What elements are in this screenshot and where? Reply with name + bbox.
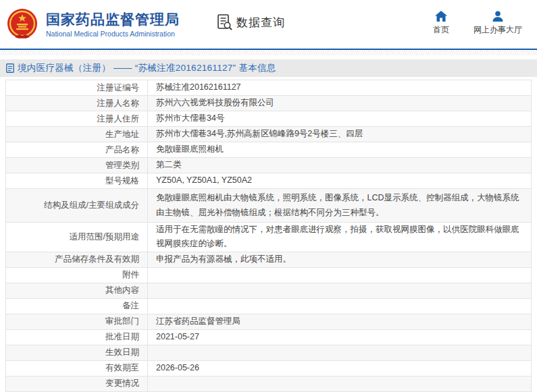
nav-home-label: 首页 <box>433 24 449 36</box>
home-icon <box>435 11 447 22</box>
table-row: 审批部门江苏省药品监督管理局 <box>6 314 532 329</box>
row-label: 其他内容 <box>6 283 148 298</box>
row-label: 型号规格 <box>6 173 148 189</box>
row-label: 结构及组成/主要组成成分 <box>6 189 148 223</box>
org-name-cn: 国家药品监督管理局 <box>46 11 180 28</box>
row-value <box>148 376 532 391</box>
row-label: 产品名称 <box>6 142 148 158</box>
table-row: 产品名称免散瞳眼底照相机 <box>6 142 532 158</box>
table-row: 生效日期 <box>6 345 532 360</box>
row-label: 管理类别 <box>6 158 148 173</box>
nav-item-home[interactable]: 首页 <box>433 11 449 36</box>
site-header: 国家药品监督管理局 National Medical Products Admi… <box>0 0 537 49</box>
table-row: 型号规格YZ50A, YZ50A1, YZ50A2 <box>6 173 532 189</box>
nav-service-hall-label: 网上办事大厅 <box>474 24 522 36</box>
table-row: 注册人住所苏州市大儒巷34号 <box>6 111 532 127</box>
row-value: YZ50A, YZ50A1, YZ50A2 <box>148 173 532 189</box>
row-label: 生效日期 <box>6 345 148 360</box>
page-title: 境内医疗器械（注册） —— “苏械注准20162161127” 基本信息 <box>18 62 276 74</box>
table-row: 注册人名称苏州六六视觉科技股份有限公司 <box>6 96 532 111</box>
row-label: 备注 <box>6 298 148 314</box>
row-label: 生产地址 <box>6 127 148 142</box>
row-value: 适用于在无需散瞳的情况下，对患者眼底进行观察，拍摄，获取视网膜图像，以供医院眼科… <box>148 223 532 252</box>
table-row: 生产地址苏州市大儒巷34号,苏州高新区锦峰路9号2号楼三、四层 <box>6 127 532 142</box>
row-label: 注册人住所 <box>6 111 148 127</box>
table-row: 有效期至2026-05-26 <box>6 360 532 376</box>
row-value: 申报产品为有源器械，此项不适用。 <box>148 252 532 267</box>
table-row: 批准日期2021-05-27 <box>6 329 532 345</box>
org-title-block: 国家药品监督管理局 National Medical Products Admi… <box>46 11 180 38</box>
data-query-label: 数据查询 <box>236 15 285 30</box>
row-label: 批准日期 <box>6 329 148 345</box>
row-value: 苏州市大儒巷34号,苏州高新区锦峰路9号2号楼三、四层 <box>148 127 532 142</box>
row-value: 苏州六六视觉科技股份有限公司 <box>148 96 532 111</box>
top-nav: 首页 网上办事大厅 <box>433 11 522 36</box>
table-row: 附件 <box>6 267 532 283</box>
row-label: 变更情况 <box>6 376 148 391</box>
national-emblem-logo <box>5 7 39 41</box>
row-value: 免散瞳眼底照相机由大物镜系统，照明系统，图像系统，LCD显示系统、控制器组成，大… <box>148 189 532 223</box>
row-value <box>148 298 532 314</box>
row-value: 苏州市大儒巷34号 <box>148 111 532 127</box>
row-value: 苏械注准20162161127 <box>148 80 532 96</box>
row-label: 注册证编号 <box>6 80 148 96</box>
table-row: 注册证编号苏械注准20162161127 <box>6 80 532 96</box>
row-label: 注册人名称 <box>6 96 148 111</box>
row-value: 江苏省药品监督管理局 <box>148 314 532 329</box>
table-row: 变更情况 <box>6 376 532 391</box>
nav-item-service-hall[interactable]: 网上办事大厅 <box>474 11 522 36</box>
row-value: 2021-05-27 <box>148 329 532 345</box>
registration-info-table-wrap: 注册证编号苏械注准20162161127注册人名称苏州六六视觉科技股份有限公司注… <box>0 80 537 392</box>
row-value: 第二类 <box>148 158 532 173</box>
table-row: 结构及组成/主要组成成分免散瞳眼底照相机由大物镜系统，照明系统，图像系统，LCD… <box>6 189 532 223</box>
row-label: 有效期至 <box>6 360 148 376</box>
org-name-en: National Medical Products Administration <box>46 30 180 38</box>
emblem-icon <box>5 7 39 41</box>
row-value <box>148 345 532 360</box>
row-value: 免散瞳眼底照相机 <box>148 142 532 158</box>
table-row: 管理类别第二类 <box>6 158 532 173</box>
breadcrumb: 境内医疗器械（注册） —— “苏械注准20162161127” 基本信息 <box>0 59 537 77</box>
document-icon <box>6 63 14 73</box>
data-query-icon <box>217 13 233 31</box>
row-label: 适用范围/预期用途 <box>6 223 148 252</box>
row-value: 2026-05-26 <box>148 360 532 376</box>
table-row: 适用范围/预期用途适用于在无需散瞳的情况下，对患者眼底进行观察，拍摄，获取视网膜… <box>6 223 532 252</box>
data-query-section: 数据查询 <box>217 13 285 31</box>
row-value <box>148 267 532 283</box>
hatch-pattern-band <box>0 50 537 55</box>
row-label: 附件 <box>6 267 148 283</box>
person-icon <box>492 11 504 22</box>
registration-info-table: 注册证编号苏械注准20162161127注册人名称苏州六六视觉科技股份有限公司注… <box>5 80 532 392</box>
row-label: 审批部门 <box>6 314 148 329</box>
table-row: 其他内容 <box>6 283 532 298</box>
table-row: 备注 <box>6 298 532 314</box>
row-label: 产品储存条件及有效期 <box>6 252 148 267</box>
row-value <box>148 283 532 298</box>
table-row: 产品储存条件及有效期申报产品为有源器械，此项不适用。 <box>6 252 532 267</box>
